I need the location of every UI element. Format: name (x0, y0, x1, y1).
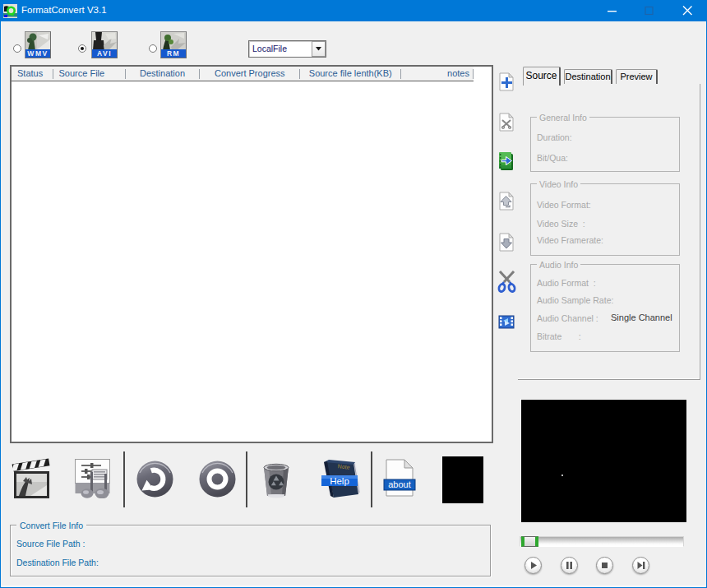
svg-text:Help: Help (330, 476, 349, 486)
svg-text:Note: Note (338, 463, 350, 470)
svg-text:about: about (388, 479, 411, 489)
